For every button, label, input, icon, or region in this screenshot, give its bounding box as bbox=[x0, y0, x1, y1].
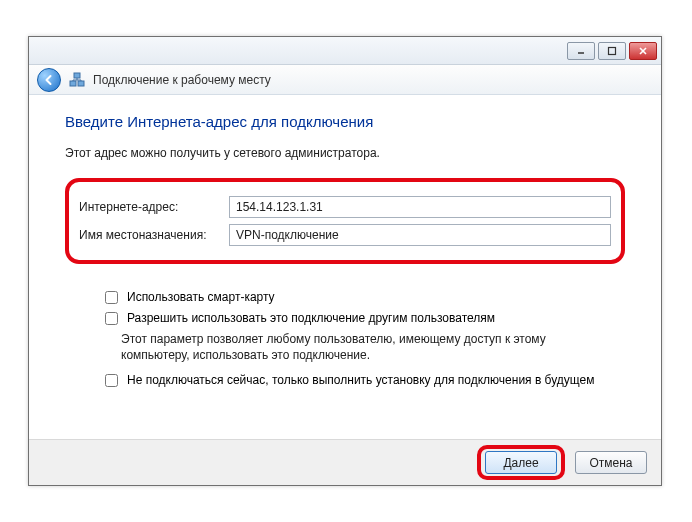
footer-bar: Далее Отмена bbox=[29, 439, 661, 485]
cancel-button[interactable]: Отмена bbox=[575, 451, 647, 474]
dont-connect-row: Не подключаться сейчас, только выполнить… bbox=[101, 373, 625, 390]
next-button[interactable]: Далее bbox=[485, 451, 557, 474]
destination-input[interactable] bbox=[229, 224, 611, 246]
smartcard-row: Использовать смарт-карту bbox=[101, 290, 625, 307]
svg-rect-6 bbox=[74, 73, 80, 78]
window-title: Подключение к рабочему месту bbox=[93, 73, 271, 87]
next-highlight: Далее bbox=[477, 445, 565, 480]
minimize-button[interactable] bbox=[567, 42, 595, 60]
address-input[interactable] bbox=[229, 196, 611, 218]
close-button[interactable] bbox=[629, 42, 657, 60]
page-heading: Введите Интернета-адрес для подключения bbox=[65, 113, 625, 130]
address-label: Интернете-адрес: bbox=[79, 200, 229, 214]
maximize-button[interactable] bbox=[598, 42, 626, 60]
wizard-window: Подключение к рабочему месту Введите Инт… bbox=[28, 36, 662, 486]
allow-others-checkbox[interactable] bbox=[105, 312, 118, 325]
back-button[interactable] bbox=[37, 68, 61, 92]
dont-connect-checkbox[interactable] bbox=[105, 374, 118, 387]
smartcard-label: Использовать смарт-карту bbox=[127, 290, 275, 304]
allow-others-row: Разрешить использовать это подключение д… bbox=[101, 311, 625, 328]
allow-others-label: Разрешить использовать это подключение д… bbox=[127, 311, 495, 325]
titlebar bbox=[29, 37, 661, 65]
dont-connect-label: Не подключаться сейчас, только выполнить… bbox=[127, 373, 595, 387]
smartcard-checkbox[interactable] bbox=[105, 291, 118, 304]
svg-rect-5 bbox=[78, 81, 84, 86]
svg-rect-1 bbox=[609, 47, 616, 54]
page-subtext: Этот адрес можно получить у сетевого адм… bbox=[65, 146, 625, 160]
form-highlight: Интернете-адрес: Имя местоназначения: bbox=[65, 178, 625, 264]
address-row: Интернете-адрес: bbox=[79, 196, 611, 218]
header-bar: Подключение к рабочему месту bbox=[29, 65, 661, 95]
destination-row: Имя местоназначения: bbox=[79, 224, 611, 246]
destination-label: Имя местоназначения: bbox=[79, 228, 229, 242]
svg-rect-4 bbox=[70, 81, 76, 86]
network-icon bbox=[69, 72, 85, 88]
content-area: Введите Интернета-адрес для подключения … bbox=[29, 95, 661, 404]
allow-others-description: Этот параметр позволяет любому пользоват… bbox=[121, 332, 601, 363]
